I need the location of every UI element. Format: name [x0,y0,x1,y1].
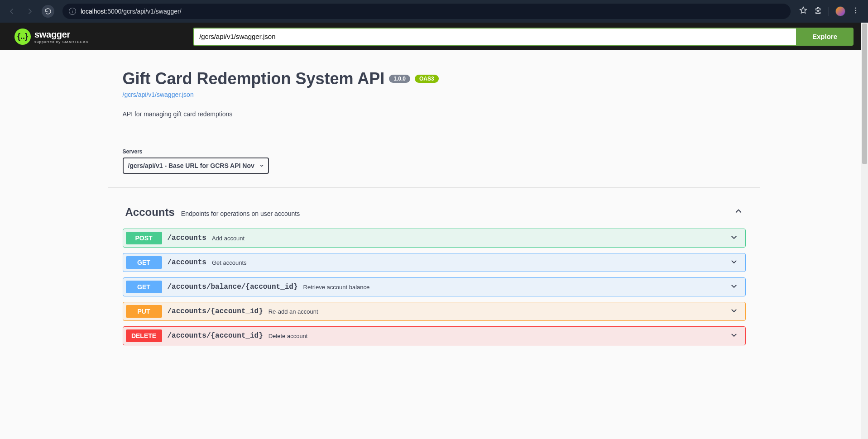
svg-point-2 [855,12,856,13]
chevron-down-icon [730,306,738,316]
extensions-icon[interactable] [814,6,822,16]
url-text: localhost:5000/gcrs/api/v1/swagger/ [81,8,182,15]
nav-forward-button[interactable] [24,5,36,18]
operation-path: /accounts/{account_id} [168,307,263,315]
oas-badge: OAS3 [415,75,439,83]
http-method-badge: GET [126,281,162,293]
operation-path: /accounts [168,234,206,242]
http-method-badge: PUT [126,305,162,318]
operation-summary: Delete account [269,333,308,339]
divider [829,7,829,16]
operation-summary: Retrieve account balance [303,284,370,291]
http-method-badge: DELETE [126,329,162,342]
operation-row[interactable]: POST/accountsAdd account [123,229,746,248]
operation-row[interactable]: PUT/accounts/{account_id}Re-add an accou… [123,302,746,321]
servers-section: Servers /gcrs/api/v1 - Base URL for GCRS… [108,140,760,188]
operation-path: /accounts [168,258,206,267]
page-scrollbar[interactable] [861,23,868,354]
chevron-down-icon [730,282,738,292]
server-select[interactable]: /gcrs/api/v1 - Base URL for GCRS API Nov [123,157,269,174]
swagger-topbar: {..} swagger supported by SMARTBEAR Expl… [0,23,868,50]
api-description: API for managing gift card redemptions [123,110,746,118]
svg-point-1 [855,10,856,11]
chevron-up-icon [734,207,743,218]
url-bar[interactable]: i localhost:5000/gcrs/api/v1/swagger/ [62,4,791,19]
bookmark-star-icon[interactable] [799,6,808,17]
operation-summary: Re-add an account [269,308,318,315]
explore-button[interactable]: Explore [796,28,854,46]
operation-row[interactable]: DELETE/accounts/{account_id}Delete accou… [123,326,746,345]
operation-list: POST/accountsAdd accountGET/accountsGet … [123,229,746,345]
svg-point-0 [855,8,856,9]
logo-title: swagger [34,29,89,40]
operation-path: /accounts/{account_id} [168,332,263,340]
profile-avatar[interactable] [835,6,845,16]
version-badge: 1.0.0 [389,75,410,83]
browser-toolbar: i localhost:5000/gcrs/api/v1/swagger/ [0,0,868,23]
scrollbar-thumb[interactable] [862,24,867,164]
swagger-logo-icon: {..} [14,29,31,45]
http-method-badge: GET [126,256,162,269]
api-info-section: Gift Card Redemption System API 1.0.0 OA… [108,50,760,140]
kebab-menu-icon[interactable] [852,6,860,16]
api-title-text: Gift Card Redemption System API [123,69,385,88]
tag-header-accounts[interactable]: Accounts Endpoints for operations on use… [123,201,746,223]
nav-back-button[interactable] [5,5,18,18]
tag-description: Endpoints for operations on user account… [181,210,300,217]
operation-path: /accounts/balance/{account_id} [168,283,298,291]
spec-url-input[interactable] [193,28,796,46]
swagger-logo[interactable]: {..} swagger supported by SMARTBEAR [14,29,89,45]
logo-subtitle: supported by SMARTBEAR [34,40,89,44]
operation-row[interactable]: GET/accounts/balance/{account_id}Retriev… [123,277,746,296]
chevron-down-icon [730,258,738,267]
spec-link[interactable]: /gcrs/api/v1/swagger.json [123,91,194,98]
operation-summary: Add account [212,235,245,242]
tag-name: Accounts [125,206,175,219]
chevron-down-icon [730,331,738,341]
operation-row[interactable]: GET/accountsGet accounts [123,253,746,272]
nav-reload-button[interactable] [42,5,54,18]
api-title: Gift Card Redemption System API 1.0.0 OA… [123,69,746,88]
chevron-down-icon [730,233,738,243]
servers-label: Servers [123,148,746,155]
site-info-icon[interactable]: i [69,8,76,15]
operation-summary: Get accounts [212,259,247,266]
http-method-badge: POST [126,232,162,244]
